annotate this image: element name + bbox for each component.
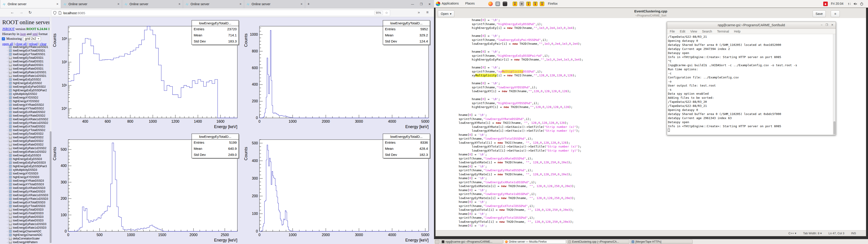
terminal-menu-view[interactable]: View: [690, 30, 697, 33]
tree-item-lowEnergyXYDSSD3[interactable]: lowEnergyXYDSSD3: [0, 172, 49, 175]
histogram-lowEnergyEyTotalDSSD2[interactable]: 01000200030004000500002004006008001000En…: [243, 17, 434, 130]
tree-item-lowEnergyEyRate1sDSSD3[interactable]: lowEnergyEyRate1sDSSD3: [0, 222, 49, 226]
tree-item-lowEnergyExRate1sDSSD1[interactable]: lowEnergyExRate1sDSSD1: [0, 74, 49, 78]
places-menu[interactable]: Places: [465, 2, 475, 5]
tree-item-lowEnergyExRate1sDSSD3[interactable]: lowEnergyExRate1sDSSD3: [0, 226, 49, 230]
zoom-level-badge[interactable]: 90%: [374, 11, 383, 15]
tab-close-icon[interactable]: ✕: [239, 2, 242, 6]
taskbar-button[interactable]: [Merger/Tape HTTPs]: [630, 240, 692, 244]
page-info-icon[interactable]: [59, 11, 61, 15]
terminal-menu-edit[interactable]: Edit: [680, 30, 685, 33]
terminal-menu-search[interactable]: Search: [702, 30, 712, 33]
scrollbar-thumb[interactable]: [833, 121, 835, 134]
canvas-top-right[interactable]: 01000200030004000500002004006008001000En…: [243, 17, 434, 130]
tree-item-lowEnergyExXTotalDSSD3[interactable]: lowEnergyExXTotalDSSD3: [0, 201, 49, 204]
tree-item-lowEnergyExRateDSSD1[interactable]: lowEnergyExRateDSSD1: [0, 67, 49, 70]
maximize-icon[interactable]: ❐: [420, 2, 423, 6]
overflow-chevron-icon[interactable]: »: [418, 10, 420, 15]
tab-close-icon[interactable]: ✕: [117, 2, 120, 6]
canvas-top-left[interactable]: 400600800100012001400160010⁰10¹10²10³Ene…: [52, 17, 243, 130]
tree-item-highEnergyExEyDSSD3[interactable]: highEnergyExEyDSSD3: [0, 157, 49, 161]
browser-tab[interactable]: Online server✕: [61, 0, 122, 8]
tree-item-lowEnergyEyTotalDSSD3[interactable]: lowEnergyEyTotalDSSD3: [0, 208, 49, 211]
terminal-output[interactable]: /TapeData/G22-88/R3_21Opening dataspy 0d…: [667, 34, 833, 135]
terminal-menu-file[interactable]: File: [670, 30, 675, 33]
midas-app-icon[interactable]: [513, 2, 517, 6]
tree-item-lowEnergyExXRate1sDSSD2[interactable]: lowEnergyExXRate1sDSSD2: [0, 118, 49, 121]
tab-width-selector[interactable]: Tab Width: 8 ▾: [803, 232, 822, 235]
url-bar[interactable]: localhost:8085 90% ☆: [51, 10, 390, 16]
tree-item-lowEnergyExEyPairDSSD2[interactable]: lowEnergyExEyPairDSSD2: [0, 85, 49, 89]
browser-tab[interactable]: Online server✕: [244, 0, 305, 8]
forward-icon[interactable]: →: [20, 10, 23, 15]
browser-tab[interactable]: Online server✕: [0, 0, 61, 8]
canvas-bottom-right[interactable]: 0100020003000400050000100200300400500Ene…: [243, 130, 434, 244]
histogram-lowEnergyEyTotalDSSD1[interactable]: 400600800100012001400160010⁰10¹10²10³Ene…: [52, 17, 243, 130]
tree-item-lowEnergyEyYRate1sDSSD2[interactable]: lowEnergyEyYRate1sDSSD2: [0, 121, 49, 125]
midas-app-icon[interactable]: [540, 2, 544, 6]
clock[interactable]: Fri 20:04: [831, 2, 843, 5]
tab-close-icon[interactable]: ✕: [178, 2, 181, 6]
minimize-icon[interactable]: —: [411, 2, 414, 6]
tree-item-highEnergyXYDSSD2[interactable]: highEnergyXYDSSD2: [0, 99, 49, 103]
maximize-icon[interactable]: ❐: [826, 23, 828, 26]
tree-item-lowEnergyEyRate1sDSSD2[interactable]: lowEnergyEyRate1sDSSD2: [0, 146, 49, 150]
show-desktop-button[interactable]: [435, 240, 439, 244]
monitoring-checkbox[interactable]: ✓: [2, 37, 5, 40]
tree-item-highEnergyExEyDSSD2[interactable]: highEnergyExEyDSSD2: [0, 81, 49, 85]
tree-item-highEnergyChannelADC[interactable]: highEnergyChannelADC: [0, 233, 49, 237]
volume-muted-icon[interactable]: [854, 2, 858, 6]
tab-close-icon[interactable]: ✕: [56, 2, 59, 6]
tree-item-lowEnergyExRateDSSD3[interactable]: lowEnergyExRateDSSD3: [0, 219, 49, 222]
taskbar-button[interactable]: EventClustering.cpp (~/Programs/CA...: [567, 240, 629, 244]
tree-item-lowEnergyChannelADC[interactable]: lowEnergyChannelADC: [0, 230, 49, 233]
tree-item-lowEnergyEyYRateDSSD2[interactable]: lowEnergyEyYRateDSSD2: [0, 114, 49, 118]
tree-item-lowEnergyXYRateDSSD3[interactable]: lowEnergyXYRateDSSD3: [0, 179, 49, 183]
midas-app-icon[interactable]: [533, 2, 537, 6]
xml-link[interactable]: xml: [32, 32, 37, 36]
tree-item-lowEnergyEyRateDSSD3[interactable]: lowEnergyEyRateDSSD3: [0, 215, 49, 219]
tree-item-xyMultiplicityDSSD2[interactable]: xyMultiplicityDSSD2: [0, 92, 49, 96]
tree-item-lowEnergyEyYTotalDSSD3[interactable]: lowEnergyEyYTotalDSSD3: [0, 204, 49, 208]
utility-app-icon[interactable]: [520, 2, 524, 6]
tree-item-lowEnergyEyTotalDSSD2[interactable]: lowEnergyEyTotalDSSD2: [0, 132, 49, 135]
applications-menu[interactable]: Applications: [442, 2, 459, 5]
tree-item-lowEnergyExTotalDSSD1[interactable]: lowEnergyExTotalDSSD1: [0, 60, 49, 63]
tree-item-lowEnergyExXTotalDSSD1[interactable]: lowEnergyExXTotalDSSD1: [0, 49, 49, 53]
tree-item-lowEnergyExXRateDSSD3[interactable]: lowEnergyExXRateDSSD3: [0, 186, 49, 190]
files-launcher-icon[interactable]: [495, 2, 500, 6]
tree-item-highEnergyExEyDSSDPair2[interactable]: highEnergyExEyDSSDPair2: [0, 89, 49, 92]
tree-item-lowEnergyXYDSSD2[interactable]: lowEnergyXYDSSD2: [0, 96, 49, 99]
tree-item-lowEnergyExXTotalDSSD2[interactable]: lowEnergyExXTotalDSSD2: [0, 125, 49, 128]
hamburger-menu-icon[interactable]: ≡: [426, 10, 429, 15]
terminal-menu-help[interactable]: Help: [734, 30, 741, 33]
jsroot-link[interactable]: JSROOT: [2, 27, 15, 31]
tree-item-highEnergyXYDSSD3[interactable]: highEnergyXYDSSD3: [0, 175, 49, 179]
bookmark-star-icon[interactable]: ☆: [385, 11, 388, 15]
tree-item-lowEnergyEyYTotalDSSD2[interactable]: lowEnergyEyYTotalDSSD2: [0, 128, 49, 132]
tree-item-lowEnergyXYTotalDSSD2[interactable]: lowEnergyXYTotalDSSD2: [0, 106, 49, 110]
tree-item-highEnergyExEyDSSDPair3[interactable]: highEnergyExEyDSSDPair3: [0, 164, 49, 168]
network-icon[interactable]: [848, 2, 851, 6]
tree-item-lowEnergyExTotalDSSD2[interactable]: lowEnergyExTotalDSSD2: [0, 135, 49, 139]
tree-item-lowEnergyEyYRate1sDSSD3[interactable]: lowEnergyEyYRate1sDSSD3: [0, 197, 49, 201]
tree-item-lowEnergyExEyPairDSSD3[interactable]: lowEnergyExEyPairDSSD3: [0, 161, 49, 164]
hamburger-menu-icon[interactable]: ≡: [831, 10, 840, 17]
tree-item-lowEnergyEyRate1sDSSD1[interactable]: lowEnergyEyRate1sDSSD1: [0, 70, 49, 74]
reload-icon[interactable]: ↻: [29, 10, 32, 15]
tree-item-lowEnergyExEyDSSD2[interactable]: lowEnergyExEyDSSD2: [0, 78, 49, 81]
tree-item-xyMultiplicityDSSD3[interactable]: xyMultiplicityDSSD3: [0, 168, 49, 172]
canvas-bottom-left[interactable]: 050010001500200025000100200300400500Ener…: [52, 130, 243, 244]
tree-item-lowEnergyXYTotalDSSD3[interactable]: lowEnergyXYTotalDSSD3: [0, 183, 49, 186]
terminal-menu-terminal[interactable]: Terminal: [717, 30, 729, 33]
tree-item-lowEnergyEyYRate1sDSSD1[interactable]: lowEnergyEyYRate1sDSSD1: [0, 45, 49, 49]
tree-item-lowEnergyEyTotalDSSD1[interactable]: lowEnergyEyTotalDSSD1: [0, 56, 49, 60]
close-icon[interactable]: ✕: [831, 23, 833, 26]
save-button[interactable]: Save: [813, 10, 826, 17]
power-icon[interactable]: [860, 2, 864, 6]
tab-close-icon[interactable]: ✕: [301, 2, 303, 6]
tree-item-lowEnergyExRateDSSD2[interactable]: lowEnergyExRateDSSD2: [0, 143, 49, 146]
terminal-title-bar[interactable]: npg@carme-gsi:~/Programs/CARME_Sort/buil…: [667, 22, 836, 29]
language-selector[interactable]: C++ ▾: [788, 232, 796, 235]
tree-item-lowEnergyEyYRateDSSD3[interactable]: lowEnergyEyYRateDSSD3: [0, 190, 49, 193]
